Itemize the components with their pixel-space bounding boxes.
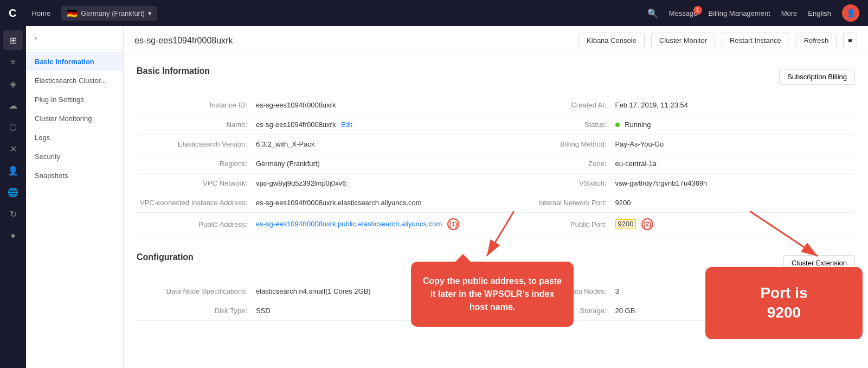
annotation-1-badge: (1) [447,218,459,230]
public-port-value: 9200 (2) [615,218,654,230]
disk-type-row: Disk Type: SSD [137,301,496,321]
back-button[interactable]: ‹ [26,26,123,50]
billing-method-value: Pay-As-You-Go [615,140,664,148]
nav-plugin-settings[interactable]: Plug-in Settings [26,90,123,109]
public-address-link[interactable]: es-sg-ees1094fr0008uxrk.public.elasticse… [256,220,442,228]
data-node-spec-row: Data Node Specifications: elasticsearch.… [137,282,496,301]
public-address-label: Public Address: [137,220,256,229]
storage-label: Storage: [496,307,615,315]
created-at-row: Created At: Feb 17, 2019, 11:23:54 [496,96,856,115]
back-arrow-icon: ‹ [35,34,37,42]
cluster-extension-button[interactable]: Cluster Extension [783,255,855,271]
public-address-value: es-sg-ees1094fr0008uxrk.public.elasticse… [256,218,459,230]
top-navigation: C Home 🇩🇪 Germany (Frankfurt) ▾ 🔍 Messag… [0,0,868,26]
nav-section: Basic Information Elasticsearch Cluster.… [26,50,123,187]
status-row: Status: Running [496,115,856,135]
config-right-column: Data Nodes: 3 Storage: 20 GB [496,282,856,321]
configuration-section-header: Configuration Cluster Extension [137,252,855,273]
region-dropdown-arrow: ▾ [148,9,152,17]
public-port-row: Public Port: 9200 (2) [496,213,856,236]
created-at-label: Created At: [496,101,615,109]
nav-snapshots[interactable]: Snapshots [26,166,123,185]
basic-info-grid: Instance ID: es-sg-ees1094fr0008uxrk Nam… [137,96,855,236]
vswitch-value: vsw-gw8rdy7trgvnb17u4369h [615,179,708,187]
cluster-monitor-button[interactable]: Cluster Monitor [651,33,715,48]
sidebar-icon-close[interactable]: ✕ [3,139,23,158]
logo-icon[interactable]: C [9,7,16,20]
sidebar-icon-circle[interactable]: ● [3,226,23,245]
region-flag: 🇩🇪 [67,8,78,18]
region-selector[interactable]: 🇩🇪 Germany (Frankfurt) ▾ [61,6,157,21]
content-header: es-sg-ees1094fr0008uxrk Kibana Console C… [124,26,868,55]
disk-type-label: Disk Type: [137,307,256,315]
vpc-network-value: vpc-gw8yj9q5z392lmp0j0xv6 [256,179,346,187]
zone-value: eu-central-1a [615,160,657,168]
es-version-row: Elasticsearch Version: 6.3.2_with_X-Pack [137,135,496,154]
es-version-value: 6.3.2_with_X-Pack [256,140,314,148]
nav-basic-information[interactable]: Basic Information [26,52,123,71]
storage-row: Storage: 20 GB [496,301,856,321]
vswitch-label: VSwitch: [496,179,615,187]
page-wrapper: Basic Information Subscription Billing I… [124,55,868,368]
storage-value: 20 GB [615,307,635,315]
nav-cluster-monitoring[interactable]: Cluster Monitoring [26,109,123,128]
nav-security[interactable]: Security [26,147,123,166]
sidebar-icon-diamond[interactable]: ◈ [3,74,23,93]
data-node-spec-value: elasticsearch.n4.small(1 Cores 2GB) [256,287,371,295]
search-icon[interactable]: 🔍 [647,8,658,18]
basic-info-section-header: Basic Information Subscription Billing [137,66,855,87]
messages-button[interactable]: Message 1 [669,9,698,17]
restart-instance-button[interactable]: Restart Instance [722,33,789,48]
right-column: Created At: Feb 17, 2019, 11:23:54 Statu… [496,96,856,236]
language-nav[interactable]: English [808,9,831,17]
zone-row: Zone: eu-central-1a [496,154,856,174]
kibana-console-button[interactable]: Kibana Console [578,33,645,48]
regions-value: Germany (Frankfurt) [256,160,320,168]
billing-method-label: Billing Method: [496,140,615,148]
basic-info-title: Basic Information [137,66,210,76]
name-edit-link[interactable]: Edit [341,121,352,129]
regions-label: Regions: [137,160,256,168]
sidebar-icon-globe[interactable]: 🌐 [3,182,23,202]
sidebar-icon-menu[interactable]: ≡ [3,52,23,72]
sidebar-icon-grid[interactable]: ⊞ [3,30,23,50]
status-label: Status: [496,120,615,129]
config-left-column: Data Node Specifications: elasticsearch.… [137,282,496,321]
created-at-value: Feb 17, 2019, 11:23:54 [615,101,688,109]
instance-id-title: es-sg-ees1094fr0008uxrk [134,36,572,46]
instance-id-row: Instance ID: es-sg-ees1094fr0008uxrk [137,96,496,115]
config-info-grid: Data Node Specifications: elasticsearch.… [137,282,855,321]
sidebar-icon-cloud[interactable]: ☁ [3,96,23,115]
nav-elasticsearch-cluster[interactable]: Elasticsearch Cluster... [26,71,123,90]
es-version-label: Elasticsearch Version: [137,140,256,148]
instance-id-label: Instance ID: [137,101,256,109]
name-label: Name: [137,120,256,129]
vpc-address-row: VPC-connected Instance Address: es-sg-ee… [137,193,496,213]
refresh-button[interactable]: Refresh [796,33,837,48]
content-body: Basic Information Subscription Billing I… [124,55,868,348]
billing-management-nav[interactable]: Billing Management [709,9,770,17]
home-nav-item[interactable]: Home [31,9,50,17]
data-nodes-value: 3 [615,287,619,295]
sidebar-icon-user[interactable]: 👤 [3,161,23,180]
configuration-title: Configuration [137,252,194,262]
annotation-2-badge: (2) [641,218,653,230]
name-value: es-sg-ees1094fr0008uxrk Edit [256,120,352,129]
messages-badge: 1 [693,6,702,15]
vpc-address-value: es-sg-ees1094fr0008uxrk.elasticsearch.al… [256,199,422,207]
instance-id-value: es-sg-ees1094fr0008uxrk [256,101,336,109]
sidebar-icon-hex[interactable]: ⬡ [3,117,23,137]
disk-type-value: SSD [256,307,271,315]
more-options-button[interactable]: ≡ [843,33,857,48]
sidebar-icon-refresh[interactable]: ↻ [3,204,23,224]
nav-logs[interactable]: Logs [26,128,123,147]
billing-method-row: Billing Method: Pay-As-You-Go [496,135,856,154]
public-port-label: Public Port: [496,220,615,229]
zone-label: Zone: [496,160,615,168]
public-address-row: Public Address: es-sg-ees1094fr0008uxrk.… [137,213,496,236]
more-nav[interactable]: More [781,9,798,17]
user-avatar[interactable]: 👤 [842,4,859,22]
icon-sidebar: ⊞ ≡ ◈ ☁ ⬡ ✕ 👤 🌐 ↻ ● [0,26,26,368]
subscription-billing-button[interactable]: Subscription Billing [779,69,855,85]
public-port-highlight: 9200 [615,219,636,229]
